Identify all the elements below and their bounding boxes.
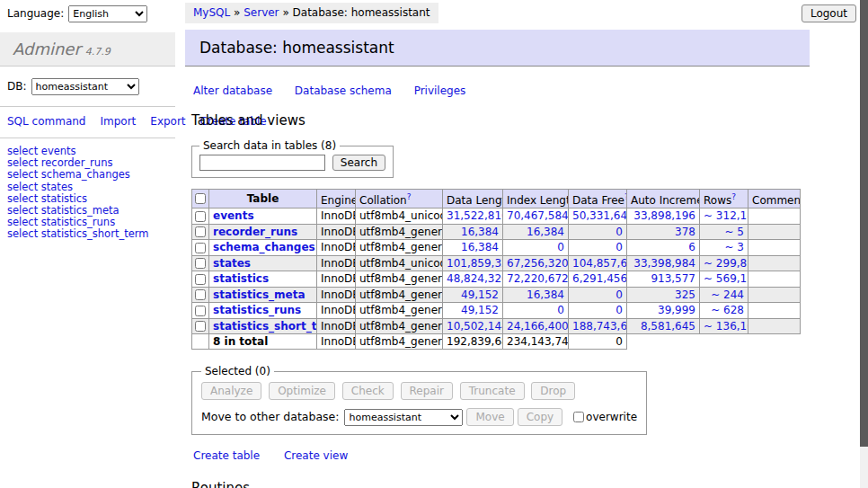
copy-button[interactable]: Copy — [518, 408, 562, 426]
data-free-link[interactable]: 50,331,648 — [572, 209, 627, 222]
data-length-link[interactable]: 49,152 — [461, 304, 499, 316]
data-free-link[interactable]: 6,291,456 — [572, 272, 627, 285]
auto-increment-link[interactable]: 378 — [675, 226, 695, 238]
collation-cell: utf8mb4_general_ci — [356, 287, 443, 303]
table-name-link[interactable]: statistics_short_term — [213, 320, 317, 333]
index-length-link[interactable]: 0 — [557, 241, 564, 253]
import-link[interactable]: Import — [100, 115, 136, 128]
index-length-link[interactable]: 24,166,400 — [507, 320, 569, 333]
move-database-select[interactable]: homeassistant — [344, 409, 463, 426]
database-schema-link[interactable]: Database schema — [295, 84, 392, 97]
export-link[interactable]: Export — [150, 115, 185, 128]
index-length-link[interactable]: 16,384 — [527, 288, 564, 301]
column-header-index-length: Index Length? — [503, 190, 569, 209]
table-row: statistics InnoDB utf8mb4_general_ci 48,… — [192, 271, 801, 288]
rows-count-link[interactable]: ~ 312,180 — [704, 209, 748, 222]
row-checkbox[interactable] — [195, 274, 206, 285]
create-view-link[interactable]: Create view — [284, 449, 348, 462]
table-name-link[interactable]: statistics_runs — [213, 304, 301, 316]
row-checkbox[interactable] — [195, 226, 206, 237]
optimize-button[interactable]: Optimize — [269, 382, 335, 400]
row-checkbox[interactable] — [195, 321, 206, 332]
rows-count-link[interactable]: ~ 136,108 — [704, 320, 748, 333]
alter-database-link[interactable]: Alter database — [193, 84, 272, 97]
index-length-link[interactable]: 16,384 — [527, 226, 564, 238]
data-length-link[interactable]: 16,384 — [461, 226, 499, 238]
auto-increment-link[interactable]: 8,581,645 — [641, 320, 695, 333]
auto-increment-link[interactable]: 39,999 — [658, 304, 695, 316]
table-name-link[interactable]: statistics_meta — [213, 288, 306, 301]
data-length-link[interactable]: 49,152 — [461, 288, 499, 301]
search-input[interactable] — [199, 155, 325, 171]
data-length-link[interactable]: 101,859,328 — [447, 257, 503, 270]
table-name-link[interactable]: events — [213, 209, 254, 222]
db-select[interactable]: homeassistant — [31, 78, 139, 95]
data-free-link[interactable]: 188,743,680 — [572, 320, 627, 333]
data-free-link[interactable]: 0 — [616, 226, 623, 238]
auto-increment-link[interactable]: 325 — [675, 288, 695, 301]
column-header-data-free: Data Free? — [569, 190, 627, 209]
rows-count-link[interactable]: ~ 299,833 — [704, 257, 748, 270]
privileges-link[interactable]: Privileges — [414, 84, 466, 97]
row-checkbox[interactable] — [195, 211, 206, 222]
sidebar-item-select-states[interactable]: select states — [7, 182, 168, 193]
index-length-link[interactable]: 70,467,584 — [507, 209, 569, 222]
table-name-link[interactable]: states — [213, 257, 251, 270]
rows-count-link[interactable]: ~ 569,159 — [704, 272, 748, 285]
rows-count-link[interactable]: ~ 628 — [711, 304, 744, 316]
row-checkbox[interactable] — [195, 258, 206, 269]
collation-cell: utf8mb4_general_ci — [356, 224, 443, 240]
index-length-link[interactable]: 72,220,672 — [507, 272, 569, 285]
column-help-link[interactable]: ? — [407, 192, 412, 201]
auto-increment-link[interactable]: 33,898,196 — [633, 209, 695, 222]
auto-increment-link[interactable]: 33,398,984 — [633, 257, 695, 270]
language-select[interactable]: English — [68, 5, 147, 22]
index-length-link[interactable]: 0 — [557, 304, 564, 316]
breadcrumb-server-link[interactable]: Server — [244, 6, 279, 19]
table-name-link[interactable]: schema_changes — [213, 241, 315, 253]
data-free-link[interactable]: 0 — [616, 304, 623, 316]
check-button[interactable]: Check — [342, 382, 394, 400]
select-all-checkbox[interactable] — [195, 193, 206, 204]
search-button[interactable]: Search — [332, 155, 385, 171]
logout-button[interactable]: Logout — [802, 4, 856, 22]
data-free-link[interactable]: 104,857,600 — [572, 257, 627, 270]
row-checkbox[interactable] — [195, 306, 206, 316]
data-free-link[interactable]: 0 — [616, 241, 623, 253]
move-button[interactable]: Move — [466, 408, 513, 426]
row-checkbox[interactable] — [195, 289, 206, 300]
scrollbar-thumb[interactable] — [860, 0, 868, 447]
data-length-link[interactable]: 48,824,320 — [447, 272, 503, 285]
create-table-link-bottom[interactable]: Create table — [193, 449, 260, 462]
data-length-link[interactable]: 10,502,144 — [447, 320, 503, 333]
analyze-button[interactable]: Analyze — [201, 382, 261, 400]
truncate-button[interactable]: Truncate — [460, 382, 525, 400]
breadcrumb-mysql-link[interactable]: MySQL — [193, 6, 230, 19]
rows-count-link[interactable]: ~ 5 — [724, 226, 744, 238]
search-fieldset: Search data in tables (8) Search — [191, 139, 394, 178]
table-name-link[interactable]: recorder_runs — [213, 226, 297, 238]
drop-button[interactable]: Drop — [531, 382, 575, 400]
vertical-scrollbar[interactable] — [860, 0, 868, 488]
auto-increment-link[interactable]: 6 — [688, 241, 695, 253]
row-checkbox[interactable] — [195, 243, 206, 253]
overwrite-checkbox[interactable] — [573, 412, 584, 422]
repair-button[interactable]: Repair — [401, 382, 453, 400]
collation-cell: utf8mb4_general_ci — [356, 303, 443, 319]
sidebar-item-select-schema-changes[interactable]: select schema_changes — [7, 169, 168, 181]
data-free-link[interactable]: 0 — [616, 288, 623, 301]
auto-increment-link[interactable]: 913,577 — [651, 272, 695, 285]
comment-cell — [748, 224, 801, 240]
table-row: recorder_runs InnoDB utf8mb4_general_ci … — [192, 224, 801, 240]
rows-count-link[interactable]: ~ 244 — [711, 288, 744, 301]
engine-cell: InnoDB — [317, 224, 356, 240]
table-name-link[interactable]: statistics — [213, 272, 269, 285]
index-length-link[interactable]: 67,256,320 — [507, 257, 569, 270]
sidebar-item-select-statistics-short-term[interactable]: select statistics_short_term — [7, 228, 168, 240]
language-label: Language: — [7, 7, 64, 20]
data-length-link[interactable]: 31,522,816 — [447, 209, 503, 222]
data-length-link[interactable]: 16,384 — [461, 241, 499, 253]
rows-count-link[interactable]: ~ 3 — [724, 241, 744, 253]
sql-command-link[interactable]: SQL command — [7, 115, 85, 128]
column-help-link[interactable]: ? — [731, 192, 736, 201]
